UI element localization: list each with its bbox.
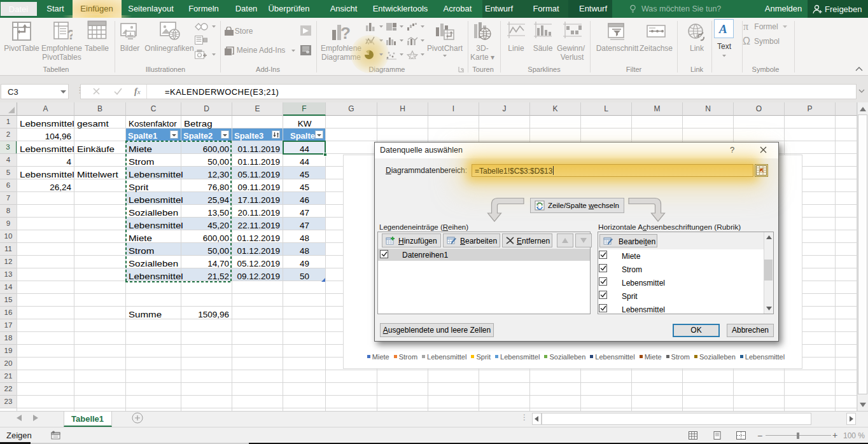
svg-text:?: ? xyxy=(340,24,351,41)
svg-text:?: ? xyxy=(67,27,73,41)
